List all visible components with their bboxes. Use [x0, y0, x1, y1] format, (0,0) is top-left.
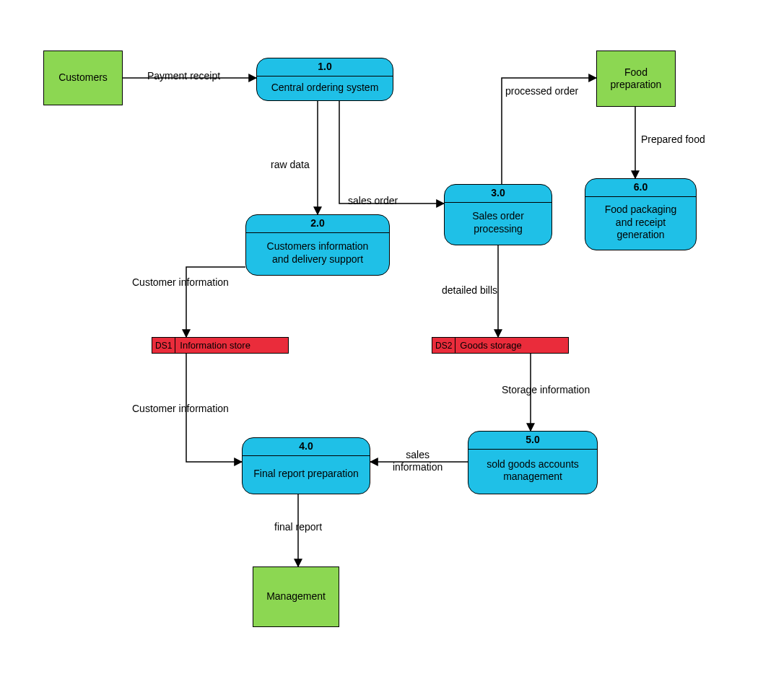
- entity-food-preparation: Food preparation: [596, 51, 676, 107]
- process-5-sold-goods: 5.0 sold goods accounts management: [468, 431, 598, 494]
- flow-sales-info: sales information: [393, 449, 443, 473]
- datastore-ds1-id: DS1: [152, 338, 175, 353]
- process-6-name: Food packaging and receipt generation: [585, 197, 696, 250]
- flow-raw-data: raw data: [271, 159, 310, 171]
- flow-storage-info: Storage information: [502, 384, 590, 396]
- datastore-ds2-name: Goods storage: [455, 338, 526, 353]
- datastore-ds2-id: DS2: [432, 338, 455, 353]
- process-2-number: 2.0: [246, 215, 389, 233]
- flow-processed-order: processed order: [505, 85, 578, 97]
- process-1-number: 1.0: [257, 58, 393, 76]
- entity-customers-label: Customers: [58, 71, 108, 84]
- process-1-central-ordering: 1.0 Central ordering system: [256, 58, 393, 101]
- process-5-name: sold goods accounts management: [468, 450, 597, 494]
- flow-customer-info-1: Customer information: [132, 276, 229, 289]
- entity-food-prep-label: Food preparation: [611, 66, 662, 92]
- flow-sales-order: sales order: [348, 195, 398, 207]
- flow-customer-info-2: Customer information: [132, 403, 229, 415]
- entity-customers: Customers: [43, 51, 123, 105]
- diagram-canvas: Customers Food preparation Management 1.…: [0, 0, 776, 700]
- process-4-name: Final report preparation: [243, 456, 370, 494]
- process-2-customer-info: 2.0 Customers information and delivery s…: [245, 214, 390, 276]
- flow-payment-receipt: Payment receipt: [147, 70, 220, 82]
- flow-final-report: final report: [274, 521, 322, 533]
- process-3-number: 3.0: [445, 185, 552, 203]
- process-4-final-report: 4.0 Final report preparation: [242, 437, 370, 494]
- process-4-number: 4.0: [243, 438, 370, 456]
- process-3-name: Sales order processing: [445, 203, 552, 245]
- datastore-ds1-name: Information store: [175, 338, 255, 353]
- process-6-number: 6.0: [585, 179, 696, 197]
- entity-management-label: Management: [266, 590, 326, 603]
- datastore-ds1: DS1 Information store: [152, 337, 289, 354]
- process-3-sales-order: 3.0 Sales order processing: [444, 184, 552, 245]
- datastore-ds2: DS2 Goods storage: [432, 337, 569, 354]
- flow-detailed-bills: detailed bills: [442, 284, 497, 297]
- process-2-name: Customers information and delivery suppo…: [246, 233, 389, 276]
- process-6-food-packaging: 6.0 Food packaging and receipt generatio…: [585, 178, 697, 250]
- process-5-number: 5.0: [468, 432, 597, 450]
- flow-prepared-food: Prepared food: [641, 134, 705, 146]
- entity-management: Management: [253, 566, 339, 627]
- process-1-name: Central ordering system: [257, 76, 393, 101]
